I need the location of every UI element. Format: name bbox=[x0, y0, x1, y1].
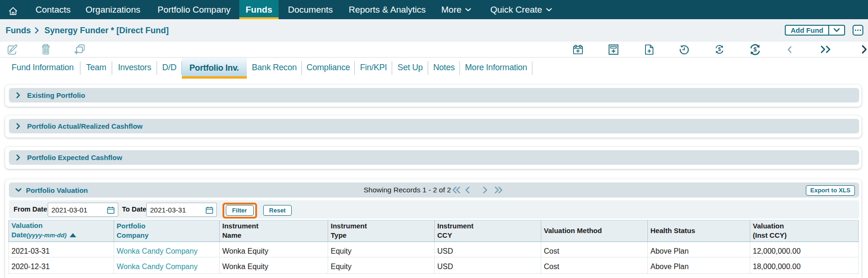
svg-text:$: $ bbox=[753, 46, 757, 53]
svg-text:$: $ bbox=[718, 46, 721, 52]
